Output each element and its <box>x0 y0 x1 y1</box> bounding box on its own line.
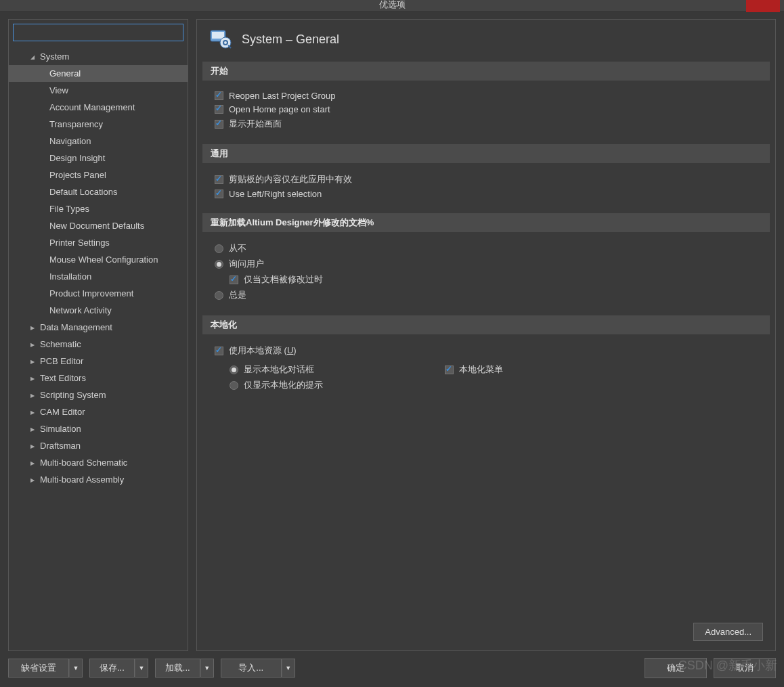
tree-item-projects-panel[interactable]: Projects Panel <box>9 167 188 183</box>
tree-item-installation[interactable]: Installation <box>9 268 188 285</box>
content-panel: System – General 开始 Reopen Last Project … <box>196 19 776 651</box>
close-button[interactable] <box>746 0 780 12</box>
caret-down-icon <box>29 53 36 60</box>
save-button[interactable]: 保存...▼ <box>89 659 148 678</box>
tree-item-account-management[interactable]: Account Management <box>9 99 188 116</box>
reload-ask-radio[interactable]: 询问用户 <box>215 258 762 270</box>
tree-item-transparency[interactable]: Transparency <box>9 116 188 133</box>
caret-right-icon <box>29 476 36 483</box>
left-right-selection-checkbox[interactable]: Use Left/Right selection <box>215 189 762 199</box>
tree-item-view[interactable]: View <box>9 82 188 99</box>
default-settings-button[interactable]: 缺省设置▼ <box>8 659 83 678</box>
show-start-screen-checkbox[interactable]: 显示开始画面 <box>215 118 762 130</box>
caret-right-icon <box>29 324 36 331</box>
clipboard-local-checkbox[interactable]: 剪贴板的内容仅在此应用中有效 <box>215 173 762 185</box>
show-localized-dialogs-radio[interactable]: 显示本地化对话框 <box>230 363 323 376</box>
ok-button[interactable]: 确定 <box>645 658 707 678</box>
advanced-button[interactable]: Advanced... <box>693 623 763 641</box>
caret-right-icon <box>29 357 36 365</box>
caret-right-icon <box>29 459 36 466</box>
section-localization-title: 本地化 <box>202 315 770 334</box>
footer: 缺省设置▼ 保存...▼ 加载...▼ 导入...▼ 确定 取消 <box>0 651 784 685</box>
titlebar: 优选项 <box>0 0 784 12</box>
chevron-down-icon[interactable]: ▼ <box>69 659 83 678</box>
tree-item-file-types[interactable]: File Types <box>9 200 188 217</box>
svg-rect-3 <box>212 32 224 39</box>
tree-item-product-improvement[interactable]: Product Improvement <box>9 285 188 302</box>
tree-item-text-editors[interactable]: Text Editors <box>9 370 188 386</box>
svg-line-6 <box>228 45 231 48</box>
tree-item-scripting-system[interactable]: Scripting System <box>9 386 188 403</box>
open-home-checkbox[interactable]: Open Home page on start <box>215 104 762 114</box>
tree-item-multiboard-assembly[interactable]: Multi-board Assembly <box>9 471 188 488</box>
reload-always-radio[interactable]: 总是 <box>215 289 762 301</box>
window-title: 优选项 <box>379 0 406 9</box>
reload-never-radio[interactable]: 从不 <box>215 242 762 254</box>
use-localized-resources-checkbox[interactable]: 使用本地资源 (U) <box>215 345 762 357</box>
tree-item-design-insight[interactable]: Design Insight <box>9 150 188 167</box>
caret-right-icon <box>29 391 36 399</box>
only-when-modified-checkbox[interactable]: 仅当文档被修改过时 <box>230 273 762 286</box>
section-general-title: 通用 <box>202 144 770 163</box>
tree-item-new-document-defaults[interactable]: New Document Defaults <box>9 217 188 234</box>
page-title: System – General <box>242 32 339 47</box>
chevron-down-icon[interactable]: ▼ <box>200 659 214 678</box>
sidebar: System General View Account Management T… <box>8 19 188 651</box>
search-input[interactable] <box>13 24 183 41</box>
localized-menus-checkbox[interactable]: 本地化菜单 <box>445 363 503 376</box>
reopen-last-project-checkbox[interactable]: Reopen Last Project Group <box>215 91 762 101</box>
tree-item-network-activity[interactable]: Network Activity <box>9 302 188 319</box>
section-start-title: 开始 <box>202 62 770 81</box>
tree-item-draftsman[interactable]: Draftsman <box>9 437 188 454</box>
caret-right-icon <box>29 442 36 449</box>
load-button[interactable]: 加载...▼ <box>155 659 214 678</box>
tree-item-printer-settings[interactable]: Printer Settings <box>9 234 188 251</box>
tree-item-cam-editor[interactable]: CAM Editor <box>9 403 188 420</box>
category-tree: System General View Account Management T… <box>9 45 188 491</box>
tree-item-default-locations[interactable]: Default Locations <box>9 183 188 200</box>
tree-item-navigation[interactable]: Navigation <box>9 133 188 150</box>
tree-item-pcb-editor[interactable]: PCB Editor <box>9 353 188 370</box>
section-reload-title: 重新加载Altium Designer外修改的文档% <box>202 213 770 232</box>
caret-right-icon <box>29 408 36 416</box>
tree-item-general[interactable]: General <box>9 65 188 82</box>
tree-item-data-management[interactable]: Data Management <box>9 319 188 336</box>
cancel-button[interactable]: 取消 <box>714 658 776 678</box>
tree-item-schematic[interactable]: Schematic <box>9 336 188 353</box>
import-button[interactable]: 导入...▼ <box>221 659 295 678</box>
preferences-icon <box>209 29 234 49</box>
caret-right-icon <box>29 425 36 433</box>
chevron-down-icon[interactable]: ▼ <box>282 659 295 678</box>
chevron-down-icon[interactable]: ▼ <box>135 659 148 678</box>
tree-item-system[interactable]: System <box>9 48 188 65</box>
only-localized-hints-radio[interactable]: 仅显示本地化的提示 <box>230 379 323 391</box>
tree-item-mouse-wheel-configuration[interactable]: Mouse Wheel Configuration <box>9 251 188 268</box>
tree-item-multiboard-schematic[interactable]: Multi-board Schematic <box>9 454 188 471</box>
tree-item-simulation[interactable]: Simulation <box>9 420 188 437</box>
caret-right-icon <box>29 374 36 382</box>
caret-right-icon <box>29 340 36 348</box>
